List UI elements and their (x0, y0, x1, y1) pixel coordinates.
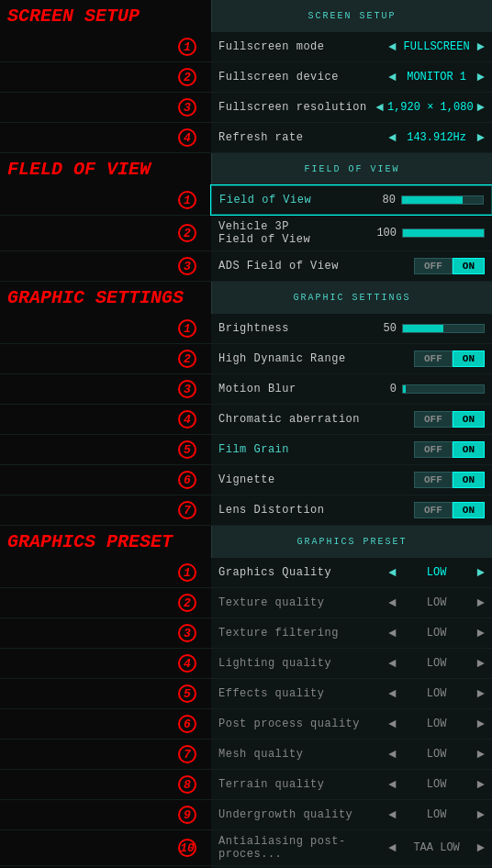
arrow-right-icon[interactable]: ► (477, 747, 485, 762)
motion-blur-control[interactable]: 0 (374, 383, 485, 395)
mesh-quality-row[interactable]: Mesh quality ◄ LOW ► (211, 740, 492, 769)
fullscreen-res-control[interactable]: ◄ 1,920 × 1,080 ► (376, 100, 485, 115)
arrow-right-icon[interactable]: ► (477, 656, 485, 671)
toggle-on-button[interactable]: ON (453, 441, 485, 458)
toggle-off-button[interactable]: OFF (414, 441, 453, 458)
post-process-row[interactable]: Post process quality ◄ LOW ► (211, 709, 492, 739)
arrow-right-icon[interactable]: ► (477, 717, 485, 731)
texture-quality-row[interactable]: Texture quality ◄ LOW ► (211, 588, 492, 618)
arrow-right-icon[interactable]: ► (477, 39, 485, 54)
terrain-quality-row[interactable]: Terrain quality ◄ LOW ► (211, 770, 492, 799)
fullscreen-device-row[interactable]: Fullscreen device ◄ MONITOR 1 ► (211, 62, 492, 92)
arrow-left-icon[interactable]: ◄ (376, 100, 384, 115)
arrow-left-icon[interactable]: ◄ (388, 595, 396, 610)
fullscreen-mode-control[interactable]: ◄ FULLSCREEN ► (388, 39, 485, 54)
vehicle-fov-control[interactable]: 100 (374, 227, 485, 239)
arrow-left-icon[interactable]: ◄ (388, 717, 396, 731)
vignette-row[interactable]: Vignette OFF ON (211, 465, 492, 495)
vignette-toggle[interactable]: OFF ON (414, 472, 485, 488)
arrow-right-icon[interactable]: ► (477, 777, 485, 792)
toggle-on-button[interactable]: ON (453, 258, 485, 274)
motion-blur-row[interactable]: Motion Blur 0 (211, 374, 492, 404)
arrow-left-icon[interactable]: ◄ (388, 807, 396, 822)
brightness-control[interactable]: 50 (374, 322, 485, 335)
toggle-on-button[interactable]: ON (453, 472, 485, 488)
effects-quality-control[interactable]: ◄ LOW ► (388, 686, 485, 701)
arrow-left-icon[interactable]: ◄ (388, 777, 396, 792)
fullscreen-device-control[interactable]: ◄ MONITOR 1 ► (388, 70, 485, 84)
lens-distortion-toggle[interactable]: OFF ON (414, 502, 485, 518)
hdr-toggle[interactable]: OFF ON (414, 351, 485, 367)
fov-control[interactable]: 80 (373, 194, 484, 206)
toggle-off-button[interactable]: OFF (414, 472, 453, 488)
texture-quality-control[interactable]: ◄ LOW ► (388, 595, 485, 610)
motion-blur-slider[interactable] (402, 384, 485, 394)
arrow-right-icon[interactable]: ► (477, 565, 485, 580)
arrow-left-icon[interactable]: ◄ (388, 747, 396, 762)
texture-filtering-control[interactable]: ◄ LOW ► (388, 626, 485, 640)
chromatic-toggle[interactable]: OFF ON (414, 411, 485, 428)
num-circle: 2 (178, 350, 196, 368)
hdr-row[interactable]: High Dynamic Range OFF ON (211, 344, 492, 373)
post-process-control[interactable]: ◄ LOW ► (388, 717, 485, 731)
toggle-on-button[interactable]: ON (453, 502, 485, 518)
chromatic-row[interactable]: Chromatic aberration OFF ON (211, 405, 492, 434)
ads-fov-row[interactable]: ADS Field of View OFF ON (211, 251, 492, 281)
arrow-left-icon[interactable]: ◄ (388, 565, 396, 580)
lighting-quality-control[interactable]: ◄ LOW ► (388, 656, 485, 671)
arrow-right-icon[interactable]: ► (477, 70, 485, 84)
film-grain-row[interactable]: Film Grain OFF ON (211, 435, 492, 464)
arrow-right-icon[interactable]: ► (477, 686, 485, 701)
arrow-right-icon[interactable]: ► (477, 100, 485, 115)
fullscreen-res-row[interactable]: Fullscreen resolution ◄ 1,920 × 1,080 ► (211, 93, 492, 122)
arrow-left-icon[interactable]: ◄ (388, 686, 396, 701)
undergrowth-quality-control[interactable]: ◄ LOW ► (388, 807, 485, 822)
table-row: 5 Film Grain OFF ON (0, 435, 492, 465)
arrow-right-icon[interactable]: ► (477, 626, 485, 640)
antialiasing-control[interactable]: ◄ TAA LOW ► (388, 840, 485, 855)
fullscreen-mode-row[interactable]: Fullscreen mode ◄ FULLSCREEN ► (211, 32, 492, 61)
arrow-right-icon[interactable]: ► (477, 595, 485, 610)
ads-fov-label: ADS Field of View (218, 260, 414, 273)
fov-row[interactable]: Field of View 80 (211, 185, 492, 215)
toggle-off-button[interactable]: OFF (414, 351, 453, 367)
antialiasing-row[interactable]: Antialiasing post-proces... ◄ TAA LOW ► (211, 830, 492, 865)
arrow-right-icon[interactable]: ► (477, 807, 485, 822)
ads-fov-toggle[interactable]: OFF ON (414, 258, 485, 274)
lighting-quality-row[interactable]: Lighting quality ◄ LOW ► (211, 649, 492, 678)
film-grain-toggle[interactable]: OFF ON (414, 441, 485, 458)
arrow-left-icon[interactable]: ◄ (388, 626, 396, 640)
brightness-row[interactable]: Brightness 50 (211, 314, 492, 343)
refresh-rate-row[interactable]: Refresh rate ◄ 143.912Hz ► (211, 123, 492, 152)
texture-filtering-row[interactable]: Texture filtering ◄ LOW ► (211, 618, 492, 648)
toggle-on-button[interactable]: ON (453, 351, 485, 367)
graphics-quality-control[interactable]: ◄ LOW ► (388, 565, 485, 580)
toggle-off-button[interactable]: OFF (414, 258, 453, 274)
arrow-right-icon[interactable]: ► (477, 840, 485, 855)
fov-slider[interactable] (401, 195, 484, 205)
vehicle-fov-slider[interactable] (402, 228, 485, 238)
terrain-quality-control[interactable]: ◄ LOW ► (388, 777, 485, 792)
effects-quality-row[interactable]: Effects quality ◄ LOW ► (211, 679, 492, 708)
vehicle-fov-row[interactable]: Vehicle 3PField of View 100 (211, 216, 492, 250)
arrow-left-icon[interactable]: ◄ (388, 39, 396, 54)
screen-setup-side-label: SCREEN SETUP (0, 0, 211, 32)
arrow-left-icon[interactable]: ◄ (388, 656, 396, 671)
graphics-quality-row[interactable]: Graphics Quality ◄ LOW ► (211, 558, 492, 587)
refresh-rate-control[interactable]: ◄ 143.912Hz ► (388, 130, 485, 145)
toggle-off-button[interactable]: OFF (414, 411, 453, 428)
table-row: 1 Graphics Quality ◄ LOW ► (0, 558, 492, 588)
toggle-on-button[interactable]: ON (453, 411, 485, 428)
brightness-slider[interactable] (402, 324, 485, 333)
lens-distortion-row[interactable]: Lens Distortion OFF ON (211, 495, 492, 525)
arrow-right-icon[interactable]: ► (477, 130, 485, 145)
arrow-left-icon[interactable]: ◄ (388, 70, 396, 84)
arrow-left-icon[interactable]: ◄ (388, 840, 396, 855)
row-number-3: 3 (0, 374, 211, 404)
arrow-left-icon[interactable]: ◄ (388, 130, 396, 145)
undergrowth-quality-row[interactable]: Undergrowth quality ◄ LOW ► (211, 800, 492, 829)
toggle-off-button[interactable]: OFF (414, 502, 453, 518)
num-circle: 3 (178, 257, 196, 275)
row-number-5: 5 (0, 435, 211, 464)
mesh-quality-control[interactable]: ◄ LOW ► (388, 747, 485, 762)
